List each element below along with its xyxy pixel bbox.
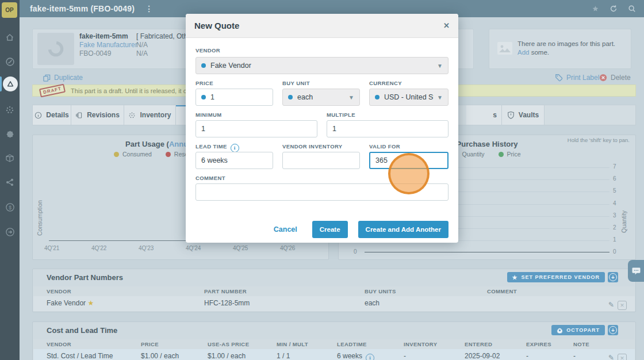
kebab-menu-icon[interactable]: ⋮ (145, 4, 153, 13)
part-number: FBO-0049 (79, 49, 137, 58)
click-indicator (388, 153, 430, 194)
add-images-link[interactable]: Add (518, 49, 529, 56)
row-entered: 2025-09-02 (465, 352, 500, 360)
part-icon (3, 76, 18, 91)
row-vendor: Fake Vendor ★ (47, 299, 94, 307)
sidebar-item-dashboard[interactable] (0, 52, 20, 71)
new-quote-modal: New Quote ✕ VENDOR Fake Vendor ▼ PRICE B… (186, 14, 458, 243)
row-min-mult: 1 / 1 (277, 352, 290, 360)
info-icon[interactable]: i (366, 354, 374, 360)
status-dot (201, 63, 206, 68)
create-and-add-another-button[interactable]: Create and Add Another (358, 221, 448, 238)
delete-button[interactable]: Delete (599, 74, 631, 82)
multiple-input[interactable]: 1 (327, 120, 448, 137)
row-actions: ✎✕ (608, 299, 627, 310)
create-button[interactable]: Create (312, 221, 348, 238)
row-price: $1.00 / each (141, 352, 179, 360)
delete-x-icon (599, 74, 607, 82)
plus-icon: + (609, 326, 617, 334)
status-dot (375, 95, 379, 99)
table-row[interactable]: Fake Vendor ★ HFC-128-5mm each ✎✕ (33, 296, 635, 311)
price-input[interactable]: 1 (195, 89, 273, 106)
no-images-text: There are no images for this part. (518, 40, 615, 47)
search-icon[interactable] (628, 5, 636, 13)
legend-consumed: Consumed (114, 151, 152, 158)
share-icon (5, 178, 14, 187)
buy-unit-select[interactable]: each ▼ (282, 89, 360, 106)
vendor-select[interactable]: Fake Vendor ▼ (195, 57, 448, 74)
sidebar-item-finance[interactable]: $ (0, 197, 20, 217)
preferred-star-icon: ★ (87, 299, 94, 307)
tab-vaults[interactable]: Vaults (502, 105, 545, 125)
delete-row-icon[interactable]: ✕ (618, 301, 627, 310)
chat-widget-button[interactable] (628, 260, 644, 282)
manufacturer-link[interactable]: Fake Manufacturer (79, 41, 137, 49)
section-title: Vendor Part Numbers (47, 273, 123, 282)
seal-badge-icon (6, 130, 14, 139)
star-icon: ★ (512, 274, 518, 281)
consumed-dot (114, 152, 119, 157)
duplicate-button[interactable]: Duplicate (43, 74, 83, 82)
sidebar-item-home[interactable] (0, 28, 20, 47)
row-note: - (573, 352, 576, 360)
revisions-icon (75, 112, 83, 119)
octopart-button[interactable]: OCTOPART (551, 325, 605, 335)
row-part-number: HFC-128-5mm (204, 299, 250, 307)
close-icon[interactable]: ✕ (443, 21, 450, 30)
user-avatar[interactable]: OP (2, 2, 17, 18)
minimum-input[interactable]: 1 (195, 120, 317, 137)
tag-icon (555, 74, 563, 82)
tab-inventory[interactable]: Inventory (124, 105, 176, 125)
reserved-dot (166, 152, 171, 157)
svg-text:$: $ (9, 204, 12, 210)
price-axis-zero: 0 (354, 248, 357, 255)
info-icon[interactable]: i (231, 144, 239, 152)
edit-pencil-icon[interactable]: ✎ (608, 301, 614, 309)
active-indicator (0, 76, 2, 91)
cube-icon (5, 154, 14, 163)
bookmark-icon[interactable] (592, 5, 599, 13)
status-dot (288, 95, 293, 99)
image-placeholder-icon (497, 42, 512, 55)
print-label-button[interactable]: Print Label (555, 74, 599, 82)
table-header-row: VENDOR PART NUMBER BUY UNITS COMMENT (33, 286, 635, 296)
vendor-inventory-input[interactable] (282, 152, 360, 169)
row-expires: - (526, 352, 528, 360)
currency-select[interactable]: USD - United States Doll ▼ (369, 89, 448, 106)
row-inventory: - (404, 352, 406, 360)
compass-icon (5, 57, 15, 67)
row-leadtime: 6 weeksi (337, 352, 374, 360)
purchase-history-ylabel-right: Quantity (620, 184, 627, 233)
row-use-as-price: $1.00 / each (208, 352, 246, 360)
sidebar: OP $ (0, 0, 20, 360)
tab-partial[interactable]: s (466, 105, 502, 125)
sidebar-item-parts-active[interactable] (0, 76, 20, 92)
part-name: fake-item-5mm (79, 32, 137, 41)
edit-pencil-icon[interactable]: ✎ (608, 354, 614, 360)
delete-row-icon[interactable]: ✕ (618, 354, 627, 360)
cancel-button[interactable]: Cancel (274, 225, 297, 233)
tab-details[interactable]: Details (33, 105, 71, 125)
sidebar-item-logout[interactable] (0, 222, 20, 242)
info-icon (34, 112, 42, 119)
cost-lead-time-section: Cost and Lead Time OCTOPART + VENDOR PRI… (32, 321, 636, 360)
lead-time-input[interactable]: 6 weeks (195, 152, 273, 169)
add-vendor-part-number-button[interactable]: + (608, 272, 618, 282)
add-cost-button[interactable]: + (608, 325, 618, 335)
copy-icon (43, 74, 51, 82)
sidebar-item-sharing[interactable] (0, 173, 20, 192)
sidebar-item-packages[interactable] (0, 148, 20, 168)
modal-body: VENDOR Fake Vendor ▼ PRICE BUY UNIT CURR… (186, 38, 458, 243)
home-icon (5, 33, 14, 42)
page-title: fake-item-5mm (FBO-0049) (30, 4, 135, 13)
tab-revisions[interactable]: Revisions (71, 105, 124, 125)
sidebar-item-inventory[interactable] (0, 100, 20, 120)
price-dot (499, 152, 504, 157)
part-thumbnail[interactable] (37, 33, 74, 65)
set-preferred-vendor-button[interactable]: ★ SET PREFERRED VENDOR (507, 272, 605, 282)
row-buy-units: each (365, 299, 379, 307)
sidebar-item-quality[interactable] (0, 124, 20, 144)
refresh-icon[interactable] (610, 5, 618, 13)
legend-price: Price (499, 151, 521, 158)
table-row[interactable]: Std. Cost / Lead Time $1.00 / each $1.00… (33, 349, 635, 360)
